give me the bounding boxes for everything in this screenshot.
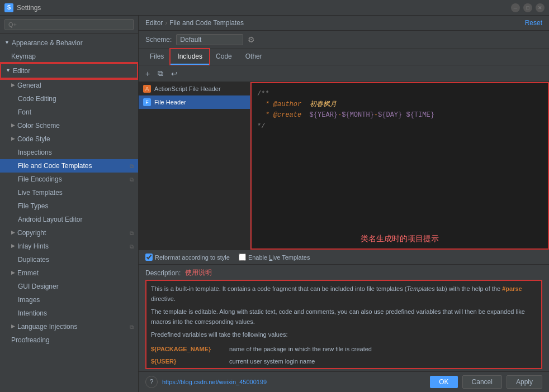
help-button[interactable]: ? xyxy=(145,376,158,388)
sidebar-item-editor[interactable]: ▼ Editor xyxy=(0,63,138,79)
gear-icon[interactable]: ⚙ xyxy=(248,35,255,44)
sidebar-item-emmet[interactable]: ▶ Emmet xyxy=(0,266,138,280)
reset-button[interactable]: Reset xyxy=(525,19,542,27)
expand-arrow-icon: ▶ xyxy=(11,229,15,237)
expand-arrow-icon: ▼ xyxy=(6,67,11,75)
code-line2: * @author 初春枫月 xyxy=(257,99,542,110)
description-zh-hint: 使用说明 xyxy=(185,268,212,278)
var-row-user: ${USER} current user system login name xyxy=(151,357,537,367)
code-panel: /** * @author 初春枫月 * @create ${YEAR}-${M… xyxy=(250,82,549,250)
copy-template-button[interactable]: ⧉ xyxy=(155,68,165,79)
expand-arrow-icon: ▶ xyxy=(11,122,15,130)
sidebar: ▼ Appearance & Behavior Keymap ▼ Editor … xyxy=(0,16,139,392)
var-row-package: ${PACKAGE_NAME} name of the package in w… xyxy=(151,345,537,355)
sidebar-item-proofreading[interactable]: Proofreading xyxy=(0,333,138,347)
desc-para1: This is a built-in template. It contains… xyxy=(151,284,537,304)
description-label-text: Description: xyxy=(145,269,181,277)
sidebar-item-keymap[interactable]: Keymap xyxy=(0,50,138,63)
var-table: ${PACKAGE_NAME} name of the package in w… xyxy=(151,345,537,366)
scheme-label: Scheme: xyxy=(145,36,172,44)
description-section: Description: 使用说明 This is a built-in tem… xyxy=(139,264,549,371)
code-line3: * @create ${YEAR}-${MONTH}-${DAY} ${TIME… xyxy=(257,110,542,121)
scheme-select[interactable]: Default Project xyxy=(176,34,243,45)
description-label-row: Description: 使用说明 xyxy=(145,268,542,278)
sidebar-item-lang-injections[interactable]: ▶ Language Injections ⧉ xyxy=(0,320,138,333)
sidebar-item-live-templates[interactable]: Live Templates xyxy=(0,186,138,199)
tab-code[interactable]: Code xyxy=(209,49,239,65)
tab-files[interactable]: Files xyxy=(143,49,171,65)
breadcrumb-parent: Editor xyxy=(145,19,163,27)
editor-section: + ⧉ ↩ A ActionScript File Header F File … xyxy=(139,65,549,392)
editor-toolbar: + ⧉ ↩ xyxy=(139,65,549,82)
title-bar-title: Settings xyxy=(17,4,41,12)
sidebar-item-inspections[interactable]: Inspections xyxy=(0,146,138,159)
title-bar: S Settings ─ □ ✕ xyxy=(0,0,549,16)
ok-button[interactable]: OK xyxy=(430,376,457,388)
breadcrumb: Editor › File and Code Templates xyxy=(145,19,244,27)
expand-arrow-icon: ▶ xyxy=(11,242,15,250)
enable-live-label: Enable Live Templates xyxy=(248,254,310,261)
enable-live-checkbox[interactable] xyxy=(239,254,246,261)
breadcrumb-current: File and Code Templates xyxy=(169,19,244,27)
search-input[interactable] xyxy=(4,19,134,30)
template-icon: A xyxy=(143,85,151,93)
sidebar-search-container xyxy=(0,16,138,34)
template-list: A ActionScript File Header F File Header xyxy=(139,82,250,250)
sidebar-section: ▼ Appearance & Behavior Keymap ▼ Editor … xyxy=(0,34,138,349)
desc-para2: The template is editable. Along with sta… xyxy=(151,307,537,327)
sidebar-item-font[interactable]: Font xyxy=(0,106,138,119)
breadcrumb-separator: › xyxy=(165,19,167,27)
enable-live-checkbox-row: Enable Live Templates xyxy=(239,254,310,261)
code-editor[interactable]: /** * @author 初春枫月 * @create ${YEAR}-${M… xyxy=(252,83,548,230)
maximize-button[interactable]: □ xyxy=(523,3,532,12)
bottom-options: Reformat according to style Enable Live … xyxy=(139,250,549,264)
description-box[interactable]: This is a built-in template. It contains… xyxy=(145,280,542,369)
cancel-button[interactable]: Cancel xyxy=(462,375,502,389)
sidebar-item-code-editing[interactable]: Code Editing xyxy=(0,92,138,106)
sidebar-item-file-and-code[interactable]: File and Code Templates ⧉ xyxy=(0,159,138,173)
content-panel: Editor › File and Code Templates Reset S… xyxy=(139,16,549,392)
app-icon: S xyxy=(4,3,13,12)
sidebar-item-file-encodings[interactable]: File Encodings ⧉ xyxy=(0,173,138,186)
undo-button[interactable]: ↩ xyxy=(169,68,180,79)
scheme-row: Scheme: Default Project ⚙ xyxy=(139,31,549,49)
copy-icon: ⧉ xyxy=(130,229,134,237)
sidebar-item-file-types[interactable]: File Types xyxy=(0,199,138,213)
tab-other[interactable]: Other xyxy=(239,49,269,65)
sidebar-item-duplicates[interactable]: Duplicates xyxy=(0,253,138,266)
sidebar-item-gui-designer[interactable]: GUI Designer xyxy=(0,280,138,293)
code-line4: */ xyxy=(257,121,542,132)
reformat-checkbox[interactable] xyxy=(145,254,153,261)
copy-icon: ⧉ xyxy=(130,162,134,170)
close-button[interactable]: ✕ xyxy=(536,3,545,12)
footer-url: https://blog.csdn.net/weixin_45000199 xyxy=(162,379,267,385)
expand-arrow-icon: ▶ xyxy=(11,323,15,331)
sidebar-item-appearance[interactable]: ▼ Appearance & Behavior xyxy=(0,36,138,50)
sidebar-item-inlay-hints[interactable]: ▶ Inlay Hints ⧉ xyxy=(0,240,138,253)
desc-para3: Predefined variables will take the follo… xyxy=(151,330,537,340)
dialog-footer: ? https://blog.csdn.net/weixin_45000199 … xyxy=(139,371,549,392)
copy-icon: ⧉ xyxy=(130,323,134,331)
sidebar-item-general[interactable]: ▶ General xyxy=(0,79,138,92)
sidebar-item-color-scheme[interactable]: ▶ Color Scheme xyxy=(0,119,138,132)
window-controls: ─ □ ✕ xyxy=(511,3,545,12)
tabs-row: Files Includes Code Other xyxy=(139,49,549,65)
copy-icon: ⧉ xyxy=(130,242,134,251)
tab-includes[interactable]: Includes xyxy=(171,49,209,65)
add-template-button[interactable]: + xyxy=(143,68,152,79)
apply-button[interactable]: Apply xyxy=(507,375,542,389)
minimize-button[interactable]: ─ xyxy=(511,3,520,12)
sidebar-item-android-layout[interactable]: Android Layout Editor xyxy=(0,213,138,226)
sidebar-item-copyright[interactable]: ▶ Copyright ⧉ xyxy=(0,226,138,240)
sidebar-item-code-style[interactable]: ▶ Code Style xyxy=(0,132,138,146)
expand-arrow-icon: ▶ xyxy=(11,269,15,277)
expand-arrow-icon: ▶ xyxy=(11,135,15,143)
sidebar-item-images[interactable]: Images xyxy=(0,293,138,307)
hint-text: 类名生成时的项目提示 xyxy=(252,230,548,248)
copy-icon: ⧉ xyxy=(130,175,134,184)
sidebar-item-intentions[interactable]: Intentions xyxy=(0,307,138,320)
reformat-label: Reformat according to style xyxy=(155,254,230,261)
template-item-file-header[interactable]: F File Header xyxy=(139,95,250,109)
template-item-actionscript[interactable]: A ActionScript File Header xyxy=(139,82,250,95)
code-line1: /** xyxy=(257,89,542,99)
